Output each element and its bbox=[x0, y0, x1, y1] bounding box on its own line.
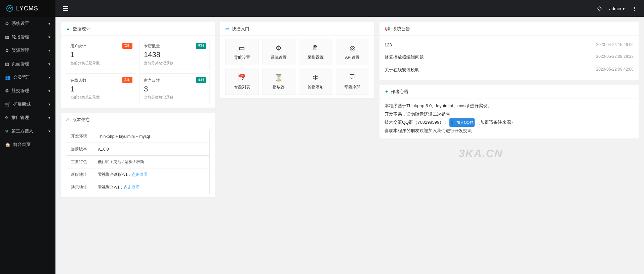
top-header: LYCMS admin ▾ ⋮ bbox=[0, 0, 644, 17]
new-version-link[interactable]: 点击查看 bbox=[132, 172, 148, 177]
refresh-icon[interactable] bbox=[597, 6, 602, 11]
realtime-badge: 实时 bbox=[196, 43, 206, 49]
nav-third-party[interactable]: ❄ 第三方接入 ▾ bbox=[0, 124, 55, 138]
stats-card: ▲ 数据统计 用户统计 1 当前分类总记录数 实时 卡密数量 1438 当前分类… bbox=[61, 22, 215, 108]
nav-label: 前台首页 bbox=[13, 142, 31, 148]
card-title: 数据统计 bbox=[73, 26, 90, 32]
nav-carousel[interactable]: ▦ 轮播管理 ▾ bbox=[0, 30, 55, 44]
sidebar: ⚙ 系统设置 ▾ ▦ 轮播管理 ▾ ⚙ 资源管理 ▾ ▤ 页面管理 ▾ 👥 会员… bbox=[0, 17, 55, 203]
asterisk-icon: ❄ bbox=[5, 129, 9, 134]
nav-label: 会员管理 bbox=[13, 74, 31, 80]
target-icon: ◎ bbox=[350, 44, 355, 52]
stat-feedback[interactable]: 留言反馈 3 当前分类总记录数 实时 bbox=[139, 73, 210, 104]
stat-online[interactable]: 在线人数 1 当前分类总记录数 实时 bbox=[66, 73, 136, 104]
windows-icon: ▤ bbox=[5, 62, 9, 67]
send-icon: ✈ bbox=[5, 115, 9, 120]
stat-cards[interactable]: 卡密数量 1438 当前分类总记录数 实时 bbox=[139, 39, 210, 70]
fire-icon: ♨ bbox=[66, 117, 70, 122]
cogs-icon: ⚙ bbox=[5, 48, 9, 53]
nav-label: 页面管理 bbox=[12, 61, 29, 67]
nav-label: 社交管理 bbox=[12, 88, 29, 94]
notice-item[interactable]: 关于在线安装说明 2020-05-22 09:42:08 bbox=[385, 64, 634, 76]
table-row: 开发环境 Thinkphp + layuimini + mysql bbox=[66, 130, 210, 143]
quick-api-settings[interactable]: ◎ API设置 bbox=[336, 39, 369, 65]
quick-topic-add[interactable]: ⛉ 专题添加 bbox=[336, 69, 369, 95]
chevron-down-icon: ▾ bbox=[48, 89, 50, 93]
card-title: 作者心语 bbox=[391, 89, 408, 95]
card-title: 版本信息 bbox=[73, 117, 90, 123]
table-row: 演示地址 零视聚合-v1：点击查看 bbox=[66, 181, 210, 194]
chevron-down-icon: ▾ bbox=[48, 116, 50, 120]
demo-link[interactable]: 点击查看 bbox=[124, 185, 140, 190]
version-card: ♨ 版本信息 开发环境 Thinkphp + layuimini + mysql… bbox=[61, 113, 215, 198]
quick-card: ▭ 快捷入口 ▭ 导航设置 ⚙ 系统设置 🗎 采集设置 bbox=[220, 22, 374, 99]
main-content: ▲ 数据统计 用户统计 1 当前分类总记录数 实时 卡密数量 1438 当前分类… bbox=[55, 17, 644, 203]
qq-group-badge[interactable]: 👥 加入QQ群 bbox=[449, 118, 475, 127]
nav-resource[interactable]: ⚙ 资源管理 ▾ bbox=[0, 44, 55, 57]
author-qq-line: 技术交流QQ群（708298599）： 👥 加入QQ群 （加群请备注来源） bbox=[385, 118, 634, 127]
chevron-down-icon: ▾ bbox=[48, 102, 50, 107]
nav-home[interactable]: 🏠 前台首页 bbox=[0, 138, 55, 151]
chevron-down-icon: ▾ bbox=[48, 22, 50, 26]
chevron-down-icon: ▾ bbox=[48, 35, 50, 39]
nav-social[interactable]: ♻ 社交管理 ▾ bbox=[0, 84, 55, 97]
home-icon: 🏠 bbox=[5, 142, 10, 147]
nav-system-settings[interactable]: ⚙ 系统设置 ▾ bbox=[0, 17, 55, 30]
chevron-down-icon: ▾ bbox=[48, 48, 50, 53]
users-icon: 👥 bbox=[5, 75, 10, 80]
shield-icon: ⛉ bbox=[349, 74, 356, 81]
realtime-badge: 实时 bbox=[122, 43, 132, 49]
stat-users[interactable]: 用户统计 1 当前分类总记录数 实时 bbox=[66, 39, 136, 70]
nav-promotion[interactable]: ✈ 推广管理 ▾ bbox=[0, 111, 55, 124]
author-line: 喜欢本程序的朋友欢迎加入我们进行开发交流 bbox=[385, 127, 634, 135]
warning-icon: ▲ bbox=[66, 26, 70, 31]
quick-collect-settings[interactable]: 🗎 采集设置 bbox=[299, 39, 332, 65]
user-label: admin bbox=[609, 6, 621, 11]
nav-label: 轮播管理 bbox=[12, 34, 29, 40]
hourglass-icon: ⏳ bbox=[275, 74, 283, 82]
cart-icon: 🛒 bbox=[5, 102, 10, 107]
snowflake-icon: ❄ bbox=[313, 74, 318, 82]
nav-label: 第三方接入 bbox=[11, 128, 33, 134]
author-card: ✈ 作者心语 本程序基于Thinkphp.5.0、layuimini、mysql… bbox=[379, 85, 639, 139]
chevron-down-icon: ▾ bbox=[622, 6, 625, 11]
collapse-sidebar-icon[interactable] bbox=[63, 6, 68, 11]
table-row: 新版地址 零视聚合新版-v1：点击查看 bbox=[66, 168, 210, 181]
author-line: 本程序基于Thinkphp.5.0、layuimini、mysql 进行实现。 bbox=[385, 102, 634, 110]
user-menu[interactable]: admin ▾ bbox=[609, 6, 625, 11]
nav-extension[interactable]: 🛒 扩展商城 ▾ bbox=[0, 97, 55, 111]
logo-icon bbox=[6, 5, 13, 12]
brand-text: LYCMS bbox=[16, 5, 38, 12]
window-icon: ▭ bbox=[239, 44, 245, 52]
nav-label: 扩展商城 bbox=[13, 101, 31, 107]
images-icon: ▦ bbox=[5, 35, 9, 40]
author-line: 开发不易，请勿随意泛滥二次销售 bbox=[385, 110, 634, 119]
bullhorn-icon: 📢 bbox=[385, 26, 390, 31]
nav-label: 资源管理 bbox=[12, 47, 29, 53]
nav-label: 系统设置 bbox=[12, 21, 29, 27]
cogs-icon: ⚙ bbox=[276, 44, 282, 52]
quick-nav-settings[interactable]: ▭ 导航设置 bbox=[225, 39, 259, 65]
quick-system-settings[interactable]: ⚙ 系统设置 bbox=[262, 39, 296, 65]
quick-topic-list[interactable]: 📅 专题列表 bbox=[225, 69, 259, 95]
chevron-down-icon: ▾ bbox=[48, 75, 50, 80]
calendar-icon: 📅 bbox=[238, 74, 246, 82]
nav-label: 推广管理 bbox=[11, 115, 29, 121]
card-title: 快捷入口 bbox=[232, 26, 249, 32]
notice-item[interactable]: 123 2020-04-24 15:46:06 bbox=[385, 39, 634, 51]
send-icon: ✈ bbox=[385, 89, 388, 94]
nav-page[interactable]: ▤ 页面管理 ▾ bbox=[0, 57, 55, 71]
quick-player[interactable]: ⏳ 播放器 bbox=[262, 69, 296, 95]
notice-item[interactable]: 修复播放器编辑问题 2020-05-22 09:28:23 bbox=[385, 51, 634, 64]
quick-carousel-add[interactable]: ❄ 轮播添加 bbox=[299, 69, 332, 95]
table-row: 主要特色 低门栏 / 灵活 / 清爽 / 极简 bbox=[66, 156, 210, 168]
recycle-icon: ♻ bbox=[5, 88, 9, 93]
table-row: 当前版本 v1.0.0 bbox=[66, 143, 210, 156]
more-menu-icon[interactable]: ⋮ bbox=[632, 6, 637, 11]
header-right: admin ▾ ⋮ bbox=[597, 6, 644, 11]
logo[interactable]: LYCMS bbox=[0, 0, 55, 17]
realtime-badge: 实时 bbox=[122, 77, 132, 83]
nav-member[interactable]: 👥 会员管理 ▾ bbox=[0, 71, 55, 84]
file-icon: 🗎 bbox=[312, 44, 319, 52]
gear-icon: ⚙ bbox=[5, 21, 9, 26]
